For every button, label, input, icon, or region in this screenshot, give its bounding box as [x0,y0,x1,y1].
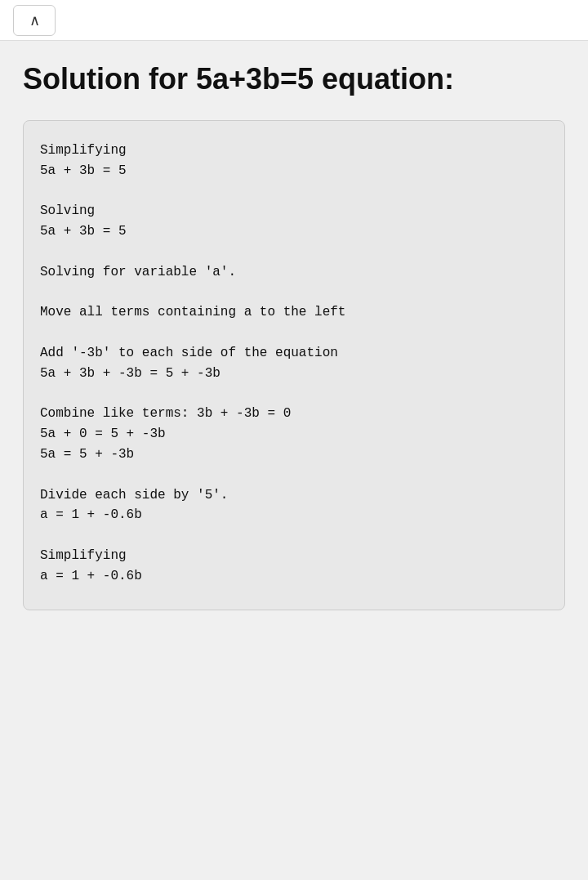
page-content: Solution for 5a+3b=5 equation: Simplifyi… [0,41,588,880]
chevron-up-icon: ∧ [29,11,40,29]
solution-box: Simplifying 5a + 3b = 5 Solving 5a + 3b … [23,120,565,610]
solution-text: Simplifying 5a + 3b = 5 Solving 5a + 3b … [40,141,548,587]
chevron-up-button[interactable]: ∧ [13,5,56,36]
page-title: Solution for 5a+3b=5 equation: [23,60,565,97]
top-bar: ∧ [0,0,588,41]
